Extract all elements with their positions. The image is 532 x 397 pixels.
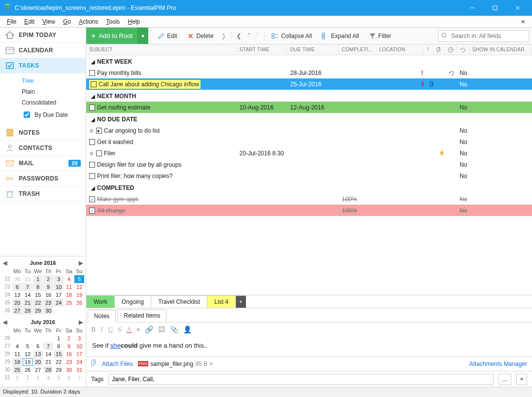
task-row[interactable]: ⊟Car ongoing to do list No [86,125,532,136]
tab-ongoing[interactable]: Ongoing [114,295,151,308]
attach-icon[interactable]: 📎 [170,325,178,334]
tags-clear-button[interactable]: × [516,374,527,385]
task-row[interactable]: Pay monthly bills 28-Jul-2016 ! No [86,67,532,78]
next-month-icon[interactable]: ▶ [79,260,83,266]
column-headers[interactable]: SUBJECT START TIME DUE TIME COMPLETI... … [86,44,532,55]
col-location[interactable]: LOCATION [376,44,424,55]
subnav-consolidated[interactable]: Consolidated [22,97,86,108]
menu-close-icon[interactable]: × [517,16,529,27]
group-nodue[interactable]: ◢NO DUE DATE [86,113,532,125]
col-reminder-icon[interactable] [445,44,457,55]
menu-tools[interactable]: Tools [102,17,124,27]
task-checkbox[interactable] [96,150,102,156]
task-row[interactable]: Design filer for use by all groups No [86,159,532,170]
group-nextmonth[interactable]: ◢NEXT MONTH [86,90,532,102]
task-checkbox[interactable] [89,70,95,76]
col-completion[interactable]: COMPLETI... [339,44,376,55]
task-checkbox[interactable] [89,173,95,179]
byduedate-checkbox[interactable] [24,111,30,118]
tab-related[interactable]: Related Items [117,309,166,322]
task-row[interactable]: Get roofing estimate 10-Aug-201612-Aug-2… [86,102,532,113]
italic-icon[interactable]: I [100,326,103,334]
task-row[interactable]: ⊟Filer 20-Jul-2016 8:30 No [86,147,532,159]
attachments-manager-link[interactable]: Attachments Manager [469,361,527,367]
col-showincal[interactable]: SHOW IN CALENDAR [469,44,532,55]
filter-button[interactable]: Filter [364,28,397,44]
nav-tasks[interactable]: TASKS [0,58,86,73]
nav-mail[interactable]: MAIL 20 [0,156,86,171]
next-month-icon[interactable]: ▶ [79,319,83,325]
group-completed[interactable]: ◢COMPLETED [86,181,532,193]
bold-icon[interactable]: B [91,326,96,334]
search-input[interactable] [450,32,526,40]
minical-june[interactable]: ◀June 2016▶ MoTuWeThFrSaSu 22303112345 2… [3,258,83,315]
tab-notes[interactable]: Notes [88,310,116,323]
task-row[interactable]: Make gym appt. 100% No [86,193,532,205]
subnav-byduedate[interactable]: By Due Date [22,108,86,121]
nav-epim-today[interactable]: EPIM TODAY [0,28,86,43]
task-checkbox[interactable] [96,128,102,134]
task-checkbox[interactable] [89,139,95,145]
col-due[interactable]: DUE TIME [287,44,339,55]
expand-icon[interactable]: ⊟ [89,128,94,133]
menu-help[interactable]: Help [124,17,144,27]
tab-add[interactable]: + [235,295,246,308]
menu-view[interactable]: View [38,17,59,27]
task-row[interactable]: Get it washed No [86,136,532,147]
subnav-tree[interactable]: Tree [22,75,86,86]
col-attach-icon[interactable] [433,44,445,55]
minical-july[interactable]: ◀July 2016▶ MoTuWeThFrSaSu 26123 2745678… [3,318,83,382]
image-icon[interactable]: 🖼 [158,326,165,334]
col-priority-icon[interactable]: ! [424,44,433,55]
expand-all-button[interactable]: Expand All [317,28,364,44]
nav-notes[interactable]: NOTES [0,125,86,141]
task-row-selected[interactable]: Call Jane about adding Chicago inflow 25… [86,78,532,90]
menu-edit[interactable]: Edit [20,17,38,27]
tags-input[interactable] [108,374,494,385]
subnav-plain[interactable]: Plain [22,86,86,97]
task-checkbox[interactable] [89,196,95,202]
nav-passwords[interactable]: PASSWORDS [0,171,86,186]
strike-icon[interactable]: S [118,326,122,334]
collapse-all-button[interactable]: Collapse All [266,28,317,44]
edit-button[interactable]: Edit [153,28,182,44]
close-button[interactable] [506,0,529,16]
group-nextweek[interactable]: ◢NEXT WEEK [86,55,532,67]
menu-file[interactable]: File [3,17,20,27]
task-row[interactable]: Oil change 100% No [86,205,532,216]
tags-more-button[interactable]: … [499,374,511,385]
col-start[interactable]: START TIME [236,44,287,55]
add-to-root-button[interactable]: + Add to Root [86,28,137,44]
more-icon[interactable]: ▾ [136,325,140,334]
nav-fwd-icon[interactable]: ❯ [218,28,229,44]
nav-down-icon[interactable]: ˅ [253,28,262,44]
task-checkbox[interactable] [91,81,97,87]
nav-trash[interactable]: TRASH [0,186,86,202]
expand-icon[interactable]: ⊟ [89,151,94,156]
nav-contacts[interactable]: CONTACTS [0,141,86,156]
link-icon[interactable]: 🔗 [145,325,153,334]
prev-month-icon[interactable]: ◀ [3,319,7,325]
delete-button[interactable]: Delete [182,28,219,44]
attached-file[interactable]: PNG sample_filer.png 85 B × [138,361,213,367]
menu-go[interactable]: Go [59,17,75,27]
underline-icon[interactable]: U [108,326,113,334]
task-checkbox[interactable] [89,105,95,110]
nav-up-icon[interactable]: ˄ [244,28,253,44]
fontcolor-icon[interactable]: A [127,326,132,334]
minimize-button[interactable] [461,0,484,16]
attach-files-link[interactable]: Attach Files [102,361,133,367]
task-checkbox[interactable] [89,162,95,168]
contact-icon[interactable]: 👤 [183,325,192,334]
remove-file-icon[interactable]: × [209,361,213,367]
nav-back-icon[interactable]: ❮ [233,28,244,44]
tab-work[interactable]: Work [86,295,115,308]
note-body[interactable]: See if shecould give me a hand on this.. [86,337,532,356]
note-link[interactable]: she [110,342,121,349]
add-dropdown[interactable]: ▾ [137,28,148,44]
nav-calendar[interactable]: CALENDAR [0,43,86,58]
menu-actions[interactable]: Actions [75,17,102,27]
tab-list4[interactable]: List 4 [207,295,236,308]
tab-travel[interactable]: Travel Checklist [151,295,207,308]
col-repeat-icon[interactable] [457,44,469,55]
